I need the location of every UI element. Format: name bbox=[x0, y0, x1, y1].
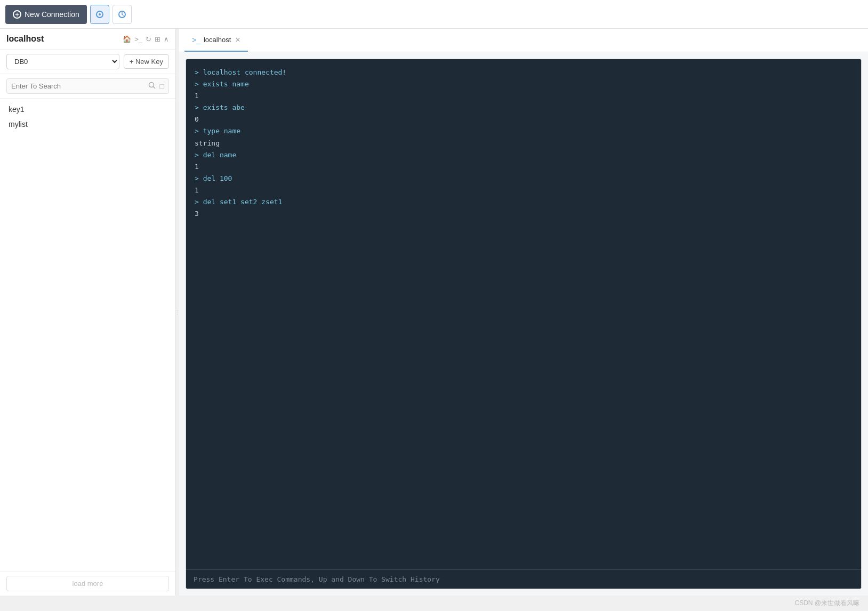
toolbar: + New Connection bbox=[0, 0, 868, 29]
main-layout: localhost 🏠 >_ ↻ ⊞ ∧ DB0 DB1 DB2 DB3 + N… bbox=[0, 29, 868, 596]
terminal-line: 1 bbox=[195, 90, 853, 102]
terminal-input-placeholder: Press Enter To Exec Commands, Up and Dow… bbox=[194, 575, 440, 583]
refresh-icon[interactable]: ↻ bbox=[146, 35, 151, 43]
tab-label: localhost bbox=[204, 36, 231, 44]
content-area: >_ localhost ✕ > localhost connected!> e… bbox=[179, 29, 868, 596]
terminal-wrapper: > localhost connected!> exists name1> ex… bbox=[186, 59, 862, 589]
home-icon[interactable]: 🏠 bbox=[123, 35, 131, 43]
svg-point-3 bbox=[149, 83, 154, 87]
tab-terminal-icon: >_ bbox=[192, 36, 200, 44]
terminal-line: 1 bbox=[195, 184, 853, 196]
terminal-line: > exists abe bbox=[195, 102, 853, 114]
terminal-line: > localhost connected! bbox=[195, 67, 853, 78]
list-item[interactable]: mylist bbox=[0, 117, 175, 132]
grid-view-icon[interactable]: ⊞ bbox=[155, 35, 160, 43]
terminal-line: > del name bbox=[195, 149, 853, 161]
load-more-button[interactable]: load more bbox=[6, 576, 169, 591]
list-item[interactable]: key1 bbox=[0, 102, 175, 117]
grid-icon bbox=[95, 10, 104, 19]
tabs-bar: >_ localhost ✕ bbox=[179, 29, 868, 52]
clock-icon bbox=[118, 10, 126, 19]
terminal-line: > del 100 bbox=[195, 173, 853, 184]
terminal-line: > del set1 set2 zset1 bbox=[195, 196, 853, 208]
sidebar: localhost 🏠 >_ ↻ ⊞ ∧ DB0 DB1 DB2 DB3 + N… bbox=[0, 29, 176, 596]
tab-close-button[interactable]: ✕ bbox=[235, 36, 240, 44]
svg-line-4 bbox=[153, 87, 155, 89]
terminal-icon[interactable]: >_ bbox=[134, 35, 142, 43]
footer-watermark: CSDN @来世做看风嘛 bbox=[0, 596, 868, 611]
plus-icon: + bbox=[13, 10, 21, 19]
connection-list-button[interactable] bbox=[90, 5, 109, 24]
terminal-output[interactable]: > localhost connected!> exists name1> ex… bbox=[186, 59, 861, 569]
terminal-input-row[interactable]: Press Enter To Exec Commands, Up and Dow… bbox=[186, 569, 861, 589]
terminal-line: 0 bbox=[195, 114, 853, 125]
search-input[interactable] bbox=[11, 82, 148, 90]
terminal-line: 1 bbox=[195, 161, 853, 173]
collapse-icon[interactable]: ∧ bbox=[164, 35, 169, 43]
filter-icon[interactable]: □ bbox=[160, 82, 164, 91]
connection-name: localhost bbox=[6, 34, 44, 44]
search-wrapper: □ bbox=[6, 78, 169, 94]
new-key-label: + New Key bbox=[130, 58, 163, 66]
tab-localhost[interactable]: >_ localhost ✕ bbox=[184, 29, 248, 52]
connection-icons: 🏠 >_ ↻ ⊞ ∧ bbox=[123, 35, 169, 43]
terminal-line: 3 bbox=[195, 208, 853, 220]
new-connection-label: New Connection bbox=[25, 10, 79, 19]
new-key-button[interactable]: + New Key bbox=[124, 54, 169, 69]
new-connection-button[interactable]: + New Connection bbox=[5, 5, 87, 24]
load-more-row: load more bbox=[0, 571, 175, 596]
svg-point-1 bbox=[99, 13, 101, 15]
search-row: □ bbox=[0, 74, 175, 99]
terminal-line: > exists name bbox=[195, 78, 853, 90]
terminal-line: > type name bbox=[195, 125, 853, 137]
db-select[interactable]: DB0 DB1 DB2 DB3 bbox=[6, 54, 119, 69]
key-list: key1 mylist bbox=[0, 99, 175, 571]
search-icon bbox=[148, 82, 156, 91]
terminal-line: string bbox=[195, 138, 853, 149]
db-toolbar: DB0 DB1 DB2 DB3 + New Key bbox=[0, 50, 175, 74]
history-button[interactable] bbox=[112, 5, 132, 24]
connection-header: localhost 🏠 >_ ↻ ⊞ ∧ bbox=[0, 29, 175, 50]
